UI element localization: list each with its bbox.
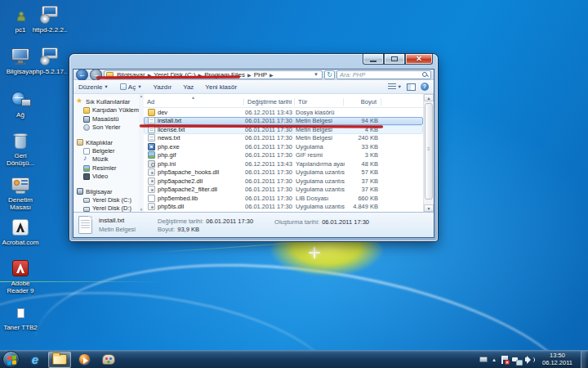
sidebar-group-s-k-kullan-lanlar[interactable]: Sık Kullanılanlar	[74, 97, 139, 106]
sidebar-group-kitapl-klar[interactable]: Kitaplıklar	[74, 138, 139, 147]
column-header-type[interactable]: Tür	[295, 98, 344, 105]
toolbar-d-zenle-button[interactable]: Düzenle▼	[78, 83, 109, 91]
desktop-icon-adobe-reader-9[interactable]: Adobe Reader 9	[2, 258, 39, 294]
sidebar-item-video[interactable]: Video	[74, 173, 139, 182]
column-header-date[interactable]: Değiştirme tarihi	[244, 98, 295, 105]
toolbar-yaz-button[interactable]: Yaz	[183, 83, 194, 91]
show-hidden-icons-icon[interactable]: ▲	[492, 357, 497, 362]
downloads-icon	[83, 107, 90, 114]
sidebar-item-yerel-disk-d-[interactable]: Yerel Disk (D:)	[74, 204, 139, 212]
breadcrumb-arrow-icon[interactable]: ▶	[246, 72, 253, 78]
file-row-php5ts-dll[interactable]: php5ts.dll06.01.2011 17:30Uygulama uzant…	[144, 203, 423, 212]
desktop-icon-php-5-2-17-[interactable]: php-5.2.17..	[31, 47, 69, 75]
scroll-up-icon[interactable]: ▲	[424, 94, 434, 101]
sidebar-item-kar-dan-y-klem[interactable]: Karşıdan Yüklem	[74, 106, 139, 115]
file-type: Dosya klasörü	[296, 109, 345, 116]
acrobat-icon	[9, 218, 32, 237]
file-row-php5apache2-dll[interactable]: php5apache2.dll06.01.2011 17:30Uygulama …	[144, 177, 423, 186]
file-type: GIF resmi	[296, 151, 345, 159]
back-button[interactable]: ←	[76, 69, 88, 81]
search-input[interactable]	[340, 71, 422, 79]
breadcrumb-arrow-icon[interactable]: ▶	[268, 72, 275, 78]
file-row-php5embed-lib[interactable]: php5embed.lib06.01.2011 17:30LIB Dosyası…	[144, 194, 423, 203]
vertical-scrollbar[interactable]: ▲ ▼	[423, 94, 434, 212]
desktop-icon-geri-d-n-[interactable]: Geri Dönüşü...	[2, 131, 39, 167]
desktop-icon-taner-ttb2[interactable]: Taner TTB2	[2, 303, 39, 331]
show-desktop-button[interactable]	[581, 351, 586, 368]
file-date: 06.01.2011 17:30	[245, 177, 296, 185]
forward-button[interactable]: →	[90, 69, 102, 81]
star-icon	[77, 99, 83, 105]
sidebar-item-yerel-disk-c-[interactable]: Yerel Disk (C:)	[74, 196, 139, 205]
search-box[interactable]	[336, 70, 431, 79]
file-row-php-exe[interactable]: php.exe06.01.2011 17:30Uygulama33 KB	[144, 142, 423, 151]
file-name: install.txt	[158, 117, 181, 124]
sidebar-group-label: Kitaplıklar	[86, 139, 113, 146]
details-file-type: Metin Belgesi	[99, 226, 158, 233]
disk-icon	[83, 207, 90, 212]
toolbar-item-label: Aç	[128, 83, 136, 91]
desktop-icon-httpd-2-2-2-[interactable]: httpd-2.2.2..	[31, 5, 69, 34]
maximize-button[interactable]	[384, 54, 405, 65]
file-type: Uygulama uzantısı	[296, 186, 345, 193]
file-row-php-gif[interactable]: php.gif06.01.2011 17:30GIF resmi3 KB	[144, 151, 423, 160]
clock[interactable]: 13:50 06.12.2011	[538, 352, 577, 366]
sidebar-item-son-yerler[interactable]: Son Yerler	[74, 123, 139, 132]
title-bar[interactable]: ✕	[69, 54, 438, 69]
file-name: php.gif	[158, 151, 176, 159]
file-name: php5apache2_filter.dll	[158, 186, 217, 193]
desktop-icon-label: Acrobat.com	[2, 239, 39, 246]
video-icon	[83, 173, 90, 180]
file-row-dev[interactable]: dev06.12.2011 13:43Dosya klasörü	[144, 108, 423, 117]
preview-pane-button[interactable]	[407, 83, 416, 91]
address-dropdown-icon[interactable]: ▼	[312, 72, 320, 77]
file-size: 4.849 KB	[345, 203, 382, 210]
file-size: 37 KB	[345, 177, 382, 185]
close-button[interactable]: ✕	[405, 54, 433, 65]
refresh-button[interactable]: ↻	[324, 70, 335, 79]
chevron-down-icon: ▼	[137, 84, 141, 89]
toolbar-yeni-klas-r-button[interactable]: Yeni klasör	[205, 83, 237, 91]
file-date: 06.01.2011 17:30	[245, 151, 296, 159]
sidebar-group-bilgisayar[interactable]: Bilgisayar	[74, 187, 139, 196]
sidebar-item-belgeler[interactable]: Belgeler	[74, 147, 139, 156]
breadcrumb-segment[interactable]: PHP	[253, 71, 268, 79]
dll-file-icon	[148, 203, 155, 210]
sidebar-item-masa-st-[interactable]: Masaüstü	[74, 115, 139, 124]
change-view-button[interactable]: ▼	[388, 83, 402, 90]
desktop-icon-label: Denetim Masası	[2, 196, 39, 211]
sidebar-item-resimler[interactable]: Resimler	[74, 164, 139, 173]
recycle-bin-icon	[9, 131, 32, 150]
tray-device-icon[interactable]	[479, 357, 488, 362]
scroll-down-icon[interactable]: ▼	[424, 204, 434, 212]
scroll-up-icon[interactable]: ▲	[140, 94, 143, 98]
help-button[interactable]: ?	[421, 83, 429, 91]
taskbar-media-player-button[interactable]	[73, 352, 96, 368]
desktop-icon-denetim-masas-[interactable]: Denetim Masası	[2, 175, 39, 211]
minimize-button[interactable]	[363, 54, 384, 65]
file-row-php5apache-hooks-dll[interactable]: php5apache_hooks.dll06.01.2011 17:30Uygu…	[144, 168, 423, 177]
file-size: 660 KB	[345, 195, 382, 202]
taskbar-paint-button[interactable]	[97, 352, 120, 368]
action-center-icon[interactable]: ✕	[501, 356, 508, 364]
file-row-php5apache2-filter-dll[interactable]: php5apache2_filter.dll06.01.2011 17:30Uy…	[144, 186, 423, 195]
desktop-icon-a-[interactable]: Ağ	[2, 90, 39, 119]
text-file-icon	[148, 134, 155, 141]
details-modified-value: 06.01.2011 17:30	[206, 218, 253, 225]
toolbar-yazd-r-button[interactable]: Yazdır	[154, 83, 172, 91]
column-header-size[interactable]: Boyut	[344, 98, 381, 105]
installer-icon	[38, 47, 61, 66]
start-button[interactable]	[2, 351, 20, 368]
desktop: pc1httpd-2.2.2..Bilgisayarphp-5.2.17..Ağ…	[0, 0, 588, 368]
sidebar-item-m-zik[interactable]: Müzik	[74, 155, 139, 164]
toolbar-a--button[interactable]: Aç▼	[120, 83, 142, 91]
file-row-news-txt[interactable]: news.txt06.01.2011 17:30Metin Belgesi240…	[144, 134, 423, 143]
scrollbar-thumb[interactable]	[425, 103, 433, 200]
file-row-php-ini[interactable]: php.ini06.12.2011 13:43Yapılandırma ayar…	[144, 159, 423, 168]
file-row-install-txt[interactable]: install.txt06.01.2011 17:30Metin Belgesi…	[144, 117, 423, 126]
volume-icon[interactable]	[525, 356, 534, 364]
taskbar-windows-explorer-button[interactable]	[48, 352, 71, 368]
desktop-icon-acrobat-com[interactable]: Acrobat.com	[2, 218, 39, 246]
network-icon[interactable]	[512, 356, 521, 364]
taskbar-internet-explorer-button[interactable]: e	[24, 352, 47, 368]
